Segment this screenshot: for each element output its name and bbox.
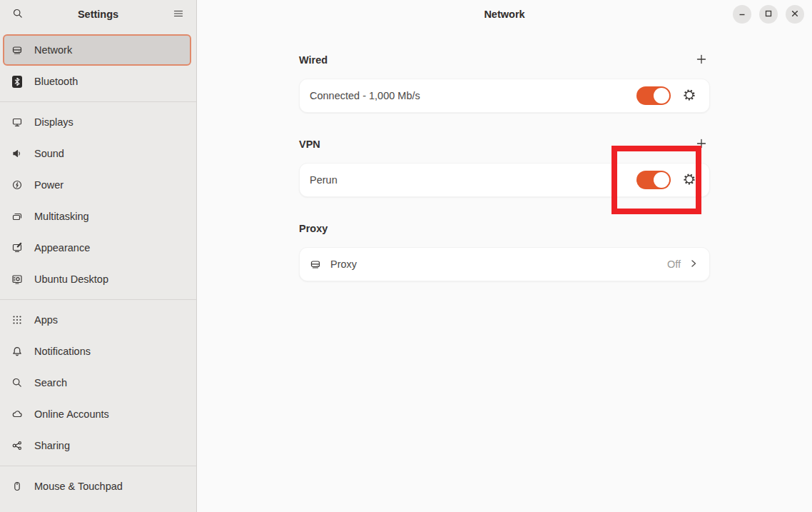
appearance-icon: [11, 242, 23, 254]
cloud-icon: [11, 408, 23, 420]
sidebar-item-sharing[interactable]: Sharing: [3, 430, 191, 461]
sidebar-divider: [0, 299, 196, 300]
vpn-section-title: VPN: [299, 139, 320, 150]
multitasking-icon: [11, 211, 23, 222]
vpn-settings-button[interactable]: [679, 170, 699, 190]
page-title: Network: [197, 9, 812, 20]
sidebar-title: Settings: [0, 9, 196, 20]
sidebar-nav: Network Bluetooth Displays Sound: [0, 29, 196, 502]
main-panel: Network: [197, 0, 812, 512]
sidebar-item-search[interactable]: Search: [3, 367, 191, 398]
sidebar-item-apps[interactable]: Apps: [3, 304, 191, 336]
sidebar-item-label: Power: [34, 179, 64, 191]
sidebar-item-label: Mouse & Touchpad: [34, 481, 123, 492]
maximize-button[interactable]: [759, 5, 778, 24]
network-panel-content: Wired Connected - 1,000 Mb/s: [299, 29, 710, 306]
add-vpn-button[interactable]: [693, 136, 710, 153]
apps-grid-icon: [11, 314, 23, 326]
network-icon: [11, 44, 23, 56]
sidebar-item-label: Ubuntu Desktop: [34, 273, 108, 285]
close-button[interactable]: [786, 5, 804, 24]
vpn-connection-row: Perun: [299, 163, 710, 197]
gear-icon: [682, 172, 696, 189]
search-button[interactable]: [7, 4, 29, 25]
search-icon: [11, 377, 23, 388]
chevron-right-icon: [688, 258, 699, 271]
mouse-icon: [11, 481, 23, 492]
sidebar-item-label: Search: [34, 377, 67, 388]
sidebar-item-notifications[interactable]: Notifications: [3, 336, 191, 367]
proxy-section-title: Proxy: [299, 223, 328, 234]
ubuntu-desktop-icon: [11, 273, 23, 285]
displays-icon: [11, 116, 23, 128]
search-icon: [12, 8, 24, 21]
maximize-icon: [764, 9, 773, 20]
plus-icon: [696, 54, 707, 67]
power-icon: [11, 179, 23, 191]
sidebar-item-label: Sound: [34, 148, 64, 159]
sidebar-item-label: Apps: [34, 314, 58, 326]
wired-connection-label: Connected - 1,000 Mb/s: [310, 90, 636, 101]
share-icon: [11, 440, 23, 451]
wired-section-title: Wired: [299, 54, 328, 66]
gear-icon: [682, 88, 696, 104]
wired-toggle[interactable]: [636, 86, 671, 105]
minimize-button[interactable]: [733, 5, 751, 24]
vpn-toggle[interactable]: [636, 171, 671, 189]
proxy-row[interactable]: Proxy Off: [299, 247, 710, 281]
sidebar-item-appearance[interactable]: Appearance: [3, 232, 191, 263]
proxy-status: Off: [667, 258, 681, 270]
sidebar-item-online-accounts[interactable]: Online Accounts: [3, 398, 191, 430]
sidebar: Settings Network Bluetooth: [0, 0, 197, 512]
wired-settings-button[interactable]: [679, 86, 699, 106]
sidebar-item-network[interactable]: Network: [3, 34, 191, 66]
sidebar-item-label: Sharing: [34, 440, 70, 451]
sidebar-item-displays[interactable]: Displays: [3, 106, 191, 138]
network-icon: [310, 258, 321, 270]
wired-section: Wired Connected - 1,000 Mb/s: [299, 53, 710, 113]
sidebar-item-multitasking[interactable]: Multitasking: [3, 201, 191, 232]
bluetooth-icon: [11, 76, 23, 87]
sidebar-item-label: Displays: [34, 116, 73, 128]
main-headerbar: Network: [197, 0, 812, 29]
window-controls: [733, 5, 804, 24]
vpn-section: VPN Perun: [299, 137, 710, 197]
proxy-section: Proxy Proxy Off: [299, 221, 710, 281]
sound-icon: [11, 148, 23, 159]
gnome-settings-window: Settings Network Bluetooth: [0, 0, 812, 512]
close-icon: [791, 9, 799, 20]
hamburger-menu-icon: [173, 8, 184, 21]
sidebar-divider: [0, 466, 196, 466]
sidebar-item-label: Network: [34, 44, 72, 56]
sidebar-item-power[interactable]: Power: [3, 169, 191, 201]
sidebar-item-label: Notifications: [34, 346, 91, 357]
proxy-row-label: Proxy: [330, 258, 667, 270]
sidebar-headerbar: Settings: [0, 0, 196, 29]
add-wired-connection-button[interactable]: [693, 51, 710, 69]
sidebar-item-sound[interactable]: Sound: [3, 138, 191, 169]
sidebar-item-label: Multitasking: [34, 211, 89, 222]
sidebar-item-mouse-touchpad[interactable]: Mouse & Touchpad: [3, 471, 191, 502]
wired-connection-row: Connected - 1,000 Mb/s: [299, 79, 710, 113]
vpn-connection-label: Perun: [310, 174, 636, 186]
sidebar-item-label: Bluetooth: [34, 76, 78, 87]
sidebar-item-label: Online Accounts: [34, 408, 109, 420]
bell-icon: [11, 346, 23, 357]
sidebar-divider: [0, 101, 196, 102]
sidebar-item-bluetooth[interactable]: Bluetooth: [3, 66, 191, 97]
sidebar-item-ubuntu-desktop[interactable]: Ubuntu Desktop: [3, 263, 191, 295]
sidebar-item-label: Appearance: [34, 242, 90, 254]
main-menu-button[interactable]: [168, 4, 189, 25]
minimize-icon: [738, 9, 746, 20]
plus-icon: [696, 138, 707, 151]
